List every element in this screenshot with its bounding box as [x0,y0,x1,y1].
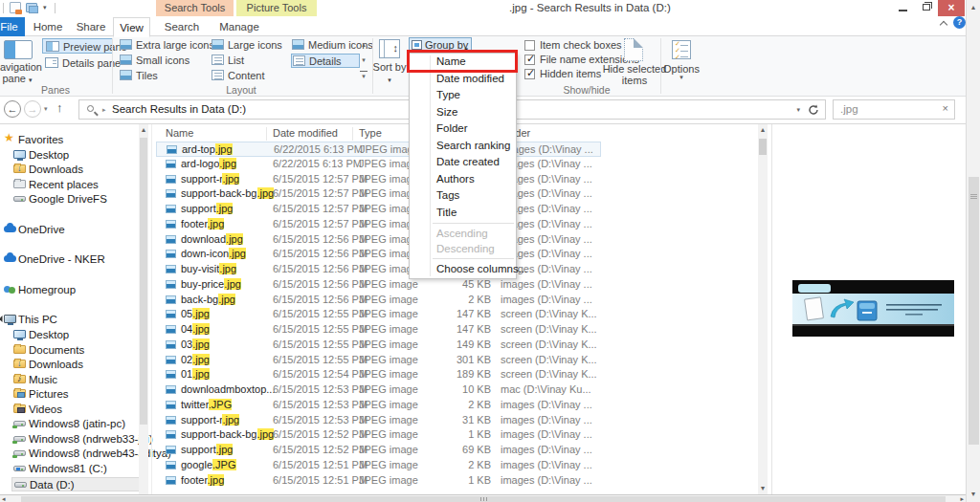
scrollbar-thumb[interactable] [21,496,946,502]
menu-item-choose-columns-[interactable]: Choose columns... [410,261,516,278]
menu-item-folder[interactable]: Folder [410,120,516,138]
details-pane-button[interactable]: Details pane [42,55,113,71]
contextual-tab-search-tools[interactable]: Search Tools [156,0,234,16]
pane-divider[interactable] [151,124,152,494]
file-row[interactable]: download.jpg6/15/2015 12:56 PMJPEG image… [156,232,601,248]
layout-option-small-icons[interactable]: Small icons [119,54,207,68]
column-header-name[interactable]: Name [166,127,193,139]
file-row[interactable]: 05.jpg6/15/2015 12:55 PMJPEG image147 KB… [156,307,601,322]
sidebar-item-downloads[interactable]: Downloads [0,358,151,372]
navigation-pane-icon[interactable] [4,40,33,59]
layout-option-list[interactable]: List [211,54,299,68]
refresh-icon[interactable] [808,104,819,118]
file-list-scrollbar[interactable]: ▴ ▾ [758,124,768,494]
up-button[interactable]: ↑ [56,100,63,115]
file-row[interactable]: downloadmboxtop...6/15/2015 12:53 PMJPEG… [156,382,601,398]
qat-new-folder-icon[interactable] [26,3,37,12]
layout-option-content[interactable]: Content [211,69,299,83]
vertical-scrollbar[interactable]: ▴ ▾ [966,0,980,502]
column-header-date-modified[interactable]: Date modified [273,127,338,139]
file-row[interactable]: 02.jpg6/15/2015 12:55 PMJPEG image301 KB… [156,353,601,368]
file-row[interactable]: buy-visit.jpg6/15/2015 12:56 PMJPEG imag… [156,262,601,277]
recent-locations-dropdown-icon[interactable]: ▾ [44,105,48,113]
layout-option-extra-large-icons[interactable]: Extra large icons [119,38,207,53]
sidebar-item-data-d-[interactable]: Data (D:) [11,477,142,491]
file-row[interactable]: twitter.JPG6/15/2015 12:53 PMJPEG image2… [156,398,601,413]
sidebar-item-onedrive[interactable]: OneDrive [0,223,151,237]
layout-option-medium-icons[interactable]: Medium icons [291,38,360,53]
scrollbar-thumb[interactable] [140,138,147,425]
layout-option-details[interactable]: Details [291,54,360,68]
menu-item-authors[interactable]: Authors [410,171,516,188]
file-row[interactable]: footer.jpg6/15/2015 12:51 PMJPEG image1 … [156,473,601,489]
sort-by-button[interactable]: Sort by ▾ [371,61,408,86]
tab-manage[interactable]: Manage [211,17,268,36]
hide-selected-items-button[interactable]: Hide selected items [599,63,670,86]
file-row[interactable]: support.jpg6/15/2015 12:57 PMJPEG imagei… [156,202,601,217]
file-row[interactable]: 04.jpg6/15/2015 12:55 PMJPEG image147 KB… [156,322,601,338]
layout-option-large-icons[interactable]: Large icons [211,38,299,53]
sidebar-item-documents[interactable]: Documents [0,343,151,358]
qat-properties-icon[interactable] [10,2,21,13]
sidebar-item-windows81-c-[interactable]: Windows81 (C:) [0,462,151,476]
file-row[interactable]: ard-logo.jpg6/22/2015 6:13 PMJPEG imagei… [156,157,601,172]
scroll-right-icon[interactable]: ▸ [960,495,964,502]
layout-option-tiles[interactable]: Tiles [119,69,207,83]
clear-search-icon[interactable]: × [943,102,948,114]
layout-scroll-down-icon[interactable]: ▾ [358,55,369,65]
file-row[interactable]: ard-top.jpg6/22/2015 6:13 PMJPEG imageim… [156,142,601,157]
file-row[interactable]: support-back-bg.jpg6/15/2015 12:52 PMJPE… [156,427,601,443]
layout-scroll-up-icon[interactable]: ▴ [358,40,369,50]
sidebar-scrollbar[interactable]: ▴ [139,124,148,494]
close-button[interactable]: × [938,0,965,16]
restore-button[interactable] [915,0,938,16]
sidebar-item-music[interactable]: Music [0,373,151,387]
breadcrumb-path[interactable]: Search Results in Data (D:) [112,103,246,115]
hide-selected-items-icon[interactable] [624,38,643,61]
forward-button[interactable]: → [24,100,41,118]
tab-file[interactable]: File [0,17,25,36]
tab-view-active[interactable]: View [113,17,150,37]
sidebar-item-google-drivefs[interactable]: Google DriveFS [0,192,151,207]
preview-pane-button[interactable]: Preview pane [42,38,113,54]
file-row[interactable]: google.JPG6/15/2015 12:51 PMJPEG image2 … [156,458,601,473]
menu-item-type[interactable]: Type [410,87,516,104]
options-icon[interactable] [672,40,691,59]
sidebar-item-desktop[interactable]: Desktop [0,328,151,342]
horizontal-scrollbar[interactable]: ◂ ▸ [0,494,966,502]
sidebar-item-favorites[interactable]: ★Favorites [0,133,151,147]
sidebar-item-homegroup[interactable]: Homegroup [0,283,151,297]
sidebar-item-windows8-ndrweb43-aditya-[interactable]: Windows8 (ndrweb43-aditya) [0,447,151,461]
sidebar-item-this-pc[interactable]: This PC [0,313,151,327]
column-separator[interactable] [266,127,267,141]
scroll-left-icon[interactable]: ◂ [2,495,6,502]
sidebar-item-desktop[interactable]: Desktop [0,148,151,163]
layout-more-icon[interactable]: ▾ [360,71,368,81]
pane-divider[interactable] [771,124,772,494]
collapse-ribbon-icon[interactable] [939,19,950,29]
file-row[interactable]: support.jpg6/15/2015 12:52 PMJPEG image6… [156,443,601,458]
file-row[interactable]: back-bg.jpg6/15/2015 12:56 PMJPEG image2… [156,293,601,308]
qat-customize-icon[interactable]: ▾ [43,4,47,11]
file-row[interactable]: 01.jpg6/15/2015 12:54 PMJPEG image189 KB… [156,367,601,382]
scroll-up-icon[interactable]: ▴ [967,3,980,12]
scrollbar-thumb[interactable] [759,139,767,155]
file-row[interactable]: support-r.jpg6/15/2015 12:53 PMJPEG imag… [156,413,601,428]
sidebar-item-pictures[interactable]: Pictures [0,387,151,402]
scroll-up-icon[interactable]: ▴ [139,125,148,135]
file-row[interactable]: footer.jpg6/15/2015 12:57 PMJPEG imageim… [156,217,601,232]
menu-item-size[interactable]: Size [410,104,516,121]
scroll-up-icon[interactable]: ▴ [758,125,768,135]
search-input[interactable]: .jpg × [833,99,955,120]
sidebar-item-downloads[interactable]: Downloads [0,163,151,177]
menu-item-search-ranking[interactable]: Search ranking [410,138,516,155]
sidebar-item-recent-places[interactable]: Recent places [0,178,151,192]
menu-item-date-modified[interactable]: Date modified [410,71,516,88]
tab-search[interactable]: Search [155,17,209,36]
file-row[interactable]: support-r.jpg6/15/2015 12:57 PMJPEG imag… [156,172,601,187]
tab-share[interactable]: Share [69,17,113,36]
sidebar-item-windows8-jatin-pc-[interactable]: Windows8 (jatin-pc) [0,417,151,431]
menu-item-date-created[interactable]: Date created [410,154,516,171]
options-dropdown-icon[interactable]: ▾ [660,74,702,81]
scroll-down-icon[interactable]: ▾ [967,490,980,499]
